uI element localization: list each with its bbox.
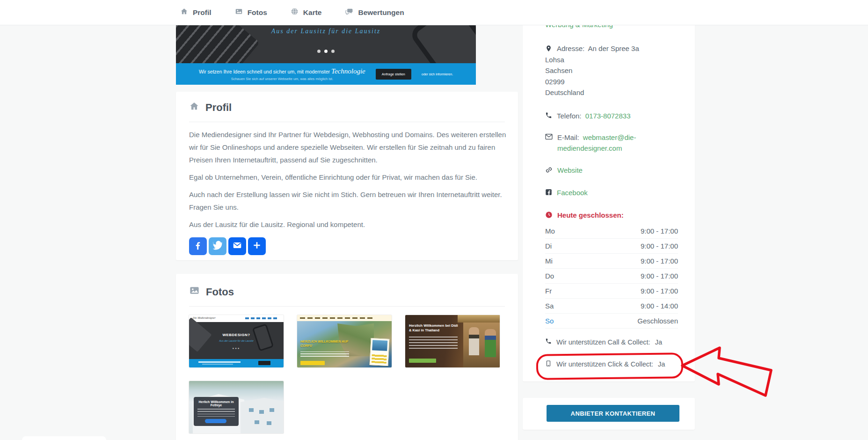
- clock-icon: [545, 210, 553, 221]
- thumb-nav: [300, 317, 375, 319]
- share-twitter-button[interactable]: [209, 237, 226, 255]
- tab-label: Profil: [193, 8, 212, 17]
- decorative-text-lines: [300, 352, 349, 357]
- address-region: Sachsen: [545, 65, 639, 76]
- hours-row: Sa9:00 - 14:00: [545, 299, 678, 314]
- decorative-line: [198, 361, 241, 363]
- call-collect-value: Ja: [655, 338, 662, 346]
- click-collect-value: Ja: [658, 360, 665, 368]
- photo-thumbnail-thailand[interactable]: Herzlich Willkommen bei Didi & Kasi in T…: [405, 315, 500, 367]
- tab-label: Fotos: [248, 8, 267, 17]
- carousel-dots[interactable]: [176, 50, 476, 53]
- profil-paragraph: Die Mediendesigner sind Ihr Partner für …: [189, 128, 506, 166]
- facebook-link[interactable]: Facebook: [557, 187, 588, 198]
- hours-row: Do9:00 - 17:00: [545, 269, 678, 284]
- profil-paragraph: Aus der Lausitz für die Lausitz. Regiona…: [189, 218, 506, 231]
- hours-row: Mo9:00 - 17:00: [545, 224, 678, 239]
- handset-icon: [545, 338, 552, 346]
- profil-paragraph: Auch nach der Erstellung lassen wir Sie …: [189, 188, 506, 213]
- contact-panel: ANBIETER KONTAKTIEREN: [523, 398, 695, 430]
- address-label: Adresse:: [557, 44, 584, 52]
- photo-thumbnail-fethiye[interactable]: Herlich Willkommen in Fethiye: [189, 381, 284, 433]
- profil-section: Profil Die Mediendesigner sind Ihr Partn…: [176, 92, 518, 260]
- address-block: Adresse: An der Spree 3a Lohsa Sachsen 0…: [545, 43, 639, 98]
- hero-image[interactable]: Aus der Lausitz für die Lausitz Wir setz…: [176, 25, 476, 85]
- tab-fotos[interactable]: Fotos: [235, 7, 267, 17]
- decorative-line: [202, 364, 233, 365]
- decorative-text-lines: [409, 337, 458, 349]
- fotos-section: Fotos Die Mediendesigner WEBDESIGN? Aus …: [176, 274, 518, 440]
- tab-karte[interactable]: Karte: [291, 7, 322, 17]
- hero-bar-subtitle: Schauen Sie sich auf unserer Webseite um…: [199, 77, 365, 81]
- phone-icon: [545, 110, 552, 122]
- tab-profil[interactable]: Profil: [180, 7, 212, 17]
- thumb-dots: ●●●: [189, 347, 284, 350]
- photo-grid: Die Mediendesigner WEBDESIGN? Aus der La…: [189, 315, 507, 433]
- thumb-heading: HERZLICH WILLKOMMEN AUF CORFU: [300, 339, 357, 348]
- tablet-icon: [545, 360, 552, 368]
- photo-thumbnail-corfu[interactable]: HERZLICH WILLKOMMEN AUF CORFU: [297, 315, 392, 367]
- window-graphic: [270, 408, 274, 412]
- fotos-heading: Fotos: [189, 285, 505, 299]
- hero-request-button[interactable]: Anfrage stellen: [376, 69, 411, 80]
- address-city: Lohsa: [545, 54, 639, 66]
- top-tab-bar: Profil Fotos Karte Bewertungen: [0, 0, 868, 25]
- hero-bar-title: Wir setzen Ihre Ideen schnell und sicher…: [199, 69, 330, 74]
- facebook-icon: [193, 240, 203, 252]
- facebook-icon: [545, 187, 552, 198]
- share-email-button[interactable]: [228, 237, 246, 255]
- decorative-button: [409, 359, 436, 363]
- share-facebook-button[interactable]: [189, 237, 207, 255]
- photo-thumbnail-webdesign[interactable]: Die Mediendesigner WEBDESIGN? Aus der La…: [189, 315, 284, 367]
- profil-paragraph: Egal ob Unternehmen, Verein, öffentliche…: [189, 171, 506, 183]
- phone-row: Telefon: 0173-8072833: [545, 110, 630, 122]
- opening-hours-table: Mo9:00 - 17:00 Di9:00 - 17:00 Mi9:00 - 1…: [545, 224, 678, 329]
- overlay-box: Herlich Willkommen in Fethiye: [194, 397, 239, 426]
- section-title: Profil: [205, 102, 232, 114]
- share-more-button[interactable]: [248, 237, 266, 255]
- call-collect-label: Wir unterstützen Call & Collect:: [556, 338, 650, 346]
- thumb-heading: Herzlich Willkommen bei Didi & Kasi in T…: [409, 323, 460, 333]
- envelope-icon: [232, 240, 242, 252]
- section-title: Fotos: [206, 286, 234, 298]
- divider: [189, 122, 505, 122]
- person-graphic: [469, 327, 479, 355]
- twitter-icon: [212, 240, 223, 252]
- thumb-logo: Die Mediendesigner: [193, 316, 216, 319]
- facebook-row: Facebook: [545, 187, 588, 198]
- hours-row: Mi9:00 - 17:00: [545, 254, 678, 269]
- website-link[interactable]: Website: [557, 165, 583, 176]
- plus-icon: [252, 241, 262, 252]
- hero-after-label: oder sich informieren.: [422, 73, 453, 76]
- email-row: E-Mail: webmaster@die-mediendesigner.com: [545, 132, 649, 154]
- tab-bewertungen[interactable]: Bewertungen: [345, 7, 404, 17]
- status-text: Heute geschlossen:: [557, 210, 624, 220]
- window-graphic: [255, 420, 259, 424]
- home-icon: [180, 7, 188, 17]
- image-icon: [235, 7, 243, 17]
- business-info-panel: Werbung & Marketing Adresse: An der Spre…: [523, 14, 695, 381]
- phone-number-link[interactable]: 0173-8072833: [585, 112, 631, 120]
- poster-graphic: [370, 338, 390, 366]
- person-graphic: [485, 329, 496, 357]
- next-card-edge: [22, 436, 106, 440]
- hero-bar-text: Wir setzen Ihre Ideen schnell und sicher…: [199, 67, 365, 81]
- decorative-button: [300, 361, 325, 365]
- tab-label: Bewertungen: [358, 8, 404, 17]
- hero-blue-bar: Wir setzen Ihre Ideen schnell und sicher…: [176, 63, 476, 85]
- thumb-blue-bar: [189, 359, 284, 367]
- contact-provider-button[interactable]: ANBIETER KONTAKTIEREN: [547, 405, 679, 422]
- window-graphic: [267, 421, 271, 425]
- thumb-subheading: Aus der Lausitz für die Lausitz: [189, 339, 284, 342]
- image-icon: [189, 285, 200, 299]
- hours-row: Di9:00 - 17:00: [545, 239, 678, 254]
- thumb-heading: WEBDESIGN?: [189, 333, 284, 337]
- hours-row: Fr9:00 - 17:00: [545, 284, 678, 299]
- divider: [189, 306, 505, 307]
- email-label: E-Mail:: [557, 133, 579, 141]
- window-graphic: [259, 410, 264, 414]
- decorative-text-lines: [197, 408, 235, 417]
- share-buttons: [189, 237, 505, 255]
- decorative-button: [258, 361, 270, 365]
- comments-icon: [345, 7, 353, 17]
